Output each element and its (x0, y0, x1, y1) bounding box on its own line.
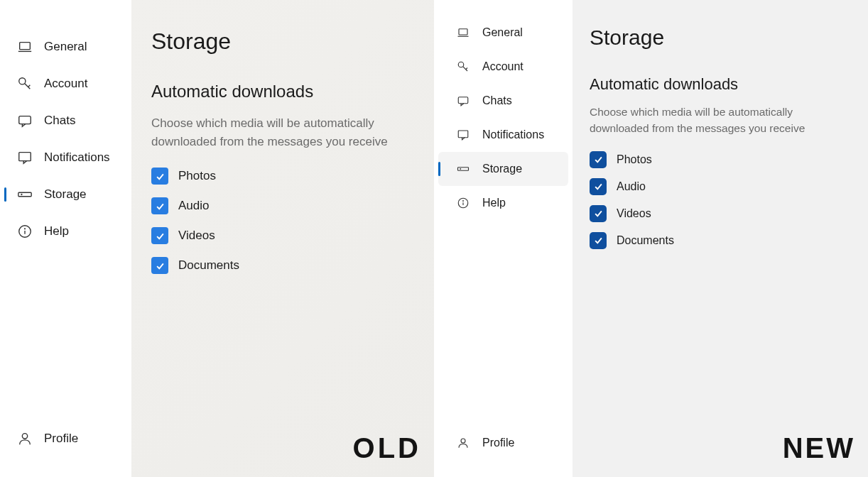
sidebar-item-profile[interactable]: Profile (434, 426, 573, 460)
checkbox-audio[interactable]: Audio (590, 178, 851, 195)
sidebar-item-storage[interactable]: Storage (0, 176, 131, 213)
checkbox-documents[interactable]: Documents (151, 257, 414, 274)
checkbox-label: Documents (178, 258, 239, 273)
checkbox-audio[interactable]: Audio (151, 197, 414, 214)
sidebar-item-account[interactable]: Account (434, 50, 573, 84)
chat-icon (17, 113, 33, 128)
checkbox-label: Videos (178, 229, 215, 243)
sidebar-item-chats[interactable]: Chats (0, 102, 131, 139)
sidebar-item-help[interactable]: Help (434, 186, 573, 220)
sidebar-item-notifications[interactable]: Notifications (0, 139, 131, 176)
overlay-old-label: OLD (353, 432, 421, 464)
checkbox-label: Documents (617, 234, 674, 247)
checkbox-box[interactable] (151, 197, 168, 214)
sidebar-footer: Profile (434, 426, 573, 477)
sidebar-item-account[interactable]: Account (0, 65, 131, 102)
sidebar-items: General Account Chats Notifications Stor… (434, 16, 573, 426)
person-icon (17, 431, 33, 446)
checkbox-box[interactable] (590, 232, 607, 249)
sidebar-item-label: Notifications (482, 128, 544, 141)
section-desc: Choose which media will be automatically… (590, 104, 845, 137)
sidebar-item-label: Help (44, 224, 69, 238)
person-icon (457, 437, 470, 449)
checkbox-box[interactable] (151, 257, 168, 274)
sidebar-item-storage[interactable]: Storage (438, 152, 568, 186)
sidebar-item-label: Storage (44, 187, 87, 202)
checkbox-box[interactable] (590, 151, 607, 168)
sidebar-item-label: General (482, 26, 523, 39)
content-new: Storage Automatic downloads Choose which… (573, 0, 868, 477)
check-icon (593, 181, 604, 192)
content-old: Storage Automatic downloads Choose which… (131, 0, 434, 477)
notification-icon (457, 128, 470, 141)
notification-icon (17, 150, 33, 165)
sidebar-item-label: Account (482, 60, 523, 73)
new-panel: General Account Chats Notifications Stor… (434, 0, 868, 477)
checkbox-box[interactable] (590, 205, 607, 222)
sidebar-item-help[interactable]: Help (0, 213, 131, 250)
sidebar-item-notifications[interactable]: Notifications (434, 118, 573, 152)
checkbox-label: Videos (617, 207, 651, 220)
checkbox-documents[interactable]: Documents (590, 232, 851, 249)
checkbox-box[interactable] (151, 168, 168, 185)
sidebar-item-general[interactable]: General (434, 16, 573, 50)
check-icon (155, 201, 166, 212)
storage-icon (17, 187, 33, 202)
sidebar-item-label: Storage (482, 163, 522, 175)
checkbox-videos[interactable]: Videos (151, 227, 414, 244)
checkbox-label: Audio (178, 199, 209, 213)
sidebar-item-general[interactable]: General (0, 28, 131, 65)
sidebar-items: General Account Chats Notifications Stor… (0, 28, 131, 420)
sidebar-old: General Account Chats Notifications Stor… (0, 0, 131, 477)
sidebar-item-label: Help (482, 197, 506, 209)
chat-icon (457, 94, 470, 107)
page-title: Storage (590, 26, 851, 50)
sidebar-item-chats[interactable]: Chats (434, 84, 573, 118)
sidebar-item-label: Profile (482, 437, 514, 449)
sidebar-item-label: Chats (44, 114, 75, 128)
check-icon (155, 171, 166, 182)
sidebar-item-label: Notifications (44, 150, 110, 165)
storage-icon (457, 163, 470, 175)
checkbox-box[interactable] (590, 178, 607, 195)
checkbox-label: Audio (617, 180, 646, 193)
check-icon (155, 261, 166, 271)
page-title: Storage (151, 28, 414, 55)
sidebar-footer: Profile (0, 420, 131, 477)
check-icon (155, 231, 166, 241)
key-icon (457, 60, 470, 73)
checkbox-label: Photos (617, 153, 652, 166)
checkbox-photos[interactable]: Photos (151, 168, 414, 185)
check-icon (593, 208, 604, 219)
sidebar-item-label: General (44, 40, 87, 54)
info-icon (17, 224, 33, 239)
laptop-icon (457, 26, 470, 39)
check-icon (593, 154, 604, 165)
section-title: Automatic downloads (151, 82, 414, 102)
sidebar-item-label: Profile (44, 432, 78, 446)
overlay-new-label: NEW (783, 432, 855, 464)
checkbox-photos[interactable]: Photos (590, 151, 851, 168)
section-title: Automatic downloads (590, 75, 851, 94)
laptop-icon (17, 39, 33, 55)
checkbox-box[interactable] (151, 227, 168, 244)
sidebar-item-profile[interactable]: Profile (0, 420, 131, 457)
old-panel: General Account Chats Notifications Stor… (0, 0, 434, 477)
sidebar-new: General Account Chats Notifications Stor… (434, 0, 573, 477)
info-icon (457, 197, 470, 209)
sidebar-item-label: Account (44, 77, 87, 91)
checkbox-label: Photos (178, 169, 216, 183)
sidebar-item-label: Chats (482, 94, 512, 107)
check-icon (593, 235, 604, 246)
checkbox-videos[interactable]: Videos (590, 205, 851, 222)
section-desc: Choose which media will be automatically… (151, 114, 407, 150)
key-icon (17, 76, 33, 92)
